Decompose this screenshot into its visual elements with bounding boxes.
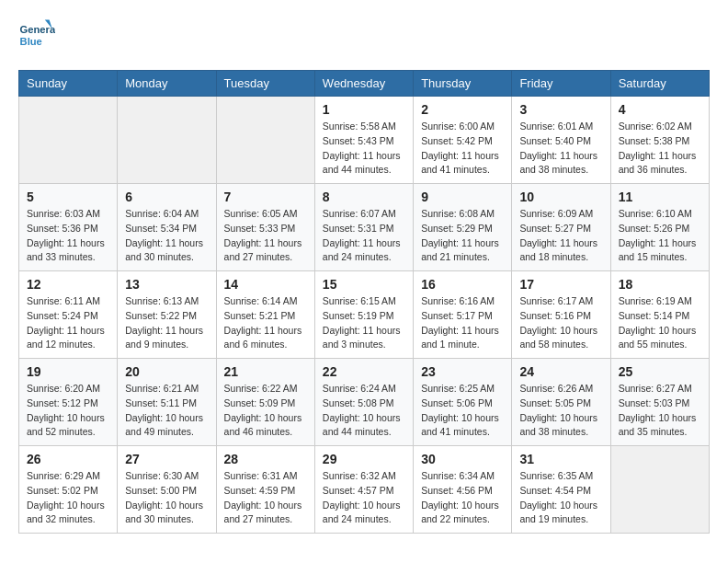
calendar-cell: 12Sunrise: 6:11 AMSunset: 5:24 PMDayligh… (19, 271, 118, 359)
day-number: 5 (27, 190, 109, 204)
calendar-cell: 8Sunrise: 6:07 AMSunset: 5:31 PMDaylight… (314, 184, 413, 271)
day-number: 22 (323, 364, 405, 379)
day-info: Sunrise: 6:05 AMSunset: 5:33 PMDaylight:… (224, 207, 307, 265)
day-number: 10 (519, 190, 602, 204)
calendar-cell: 28Sunrise: 6:31 AMSunset: 4:59 PMDayligh… (216, 446, 314, 534)
day-info: Sunrise: 6:03 AMSunset: 5:36 PMDaylight:… (27, 207, 109, 265)
calendar-cell: 5Sunrise: 6:03 AMSunset: 5:36 PMDaylight… (19, 184, 118, 271)
day-number: 23 (421, 364, 504, 379)
day-info: Sunrise: 6:30 AMSunset: 5:00 PMDaylight:… (125, 469, 208, 527)
day-info: Sunrise: 6:04 AMSunset: 5:34 PMDaylight:… (125, 207, 208, 265)
day-info: Sunrise: 6:25 AMSunset: 5:06 PMDaylight:… (421, 382, 504, 440)
day-number: 6 (125, 190, 208, 204)
calendar-cell: 11Sunrise: 6:10 AMSunset: 5:26 PMDayligh… (610, 184, 709, 271)
week-row-4: 19Sunrise: 6:20 AMSunset: 5:12 PMDayligh… (19, 359, 710, 446)
calendar-cell: 4Sunrise: 6:02 AMSunset: 5:38 PMDaylight… (610, 97, 709, 184)
page-header: General Blue (18, 18, 710, 55)
week-row-5: 26Sunrise: 6:29 AMSunset: 5:02 PMDayligh… (19, 446, 710, 534)
calendar-cell: 15Sunrise: 6:15 AMSunset: 5:19 PMDayligh… (314, 271, 413, 359)
day-info: Sunrise: 6:07 AMSunset: 5:31 PMDaylight:… (323, 207, 405, 265)
day-number: 3 (519, 102, 602, 117)
calendar-cell: 19Sunrise: 6:20 AMSunset: 5:12 PMDayligh… (19, 359, 118, 446)
day-number: 30 (421, 452, 504, 466)
day-info: Sunrise: 6:17 AMSunset: 5:16 PMDaylight:… (519, 294, 602, 352)
day-number: 7 (224, 190, 307, 204)
day-number: 19 (27, 364, 109, 379)
day-info: Sunrise: 6:02 AMSunset: 5:38 PMDaylight:… (619, 120, 701, 178)
calendar-cell: 31Sunrise: 6:35 AMSunset: 4:54 PMDayligh… (512, 446, 610, 534)
weekday-header-wednesday: Wednesday (314, 71, 413, 97)
calendar-cell: 21Sunrise: 6:22 AMSunset: 5:09 PMDayligh… (216, 359, 314, 446)
calendar-cell: 9Sunrise: 6:08 AMSunset: 5:29 PMDaylight… (414, 184, 512, 271)
day-info: Sunrise: 6:14 AMSunset: 5:21 PMDaylight:… (224, 294, 307, 352)
day-info: Sunrise: 6:32 AMSunset: 4:57 PMDaylight:… (323, 469, 405, 527)
day-info: Sunrise: 6:20 AMSunset: 5:12 PMDaylight:… (27, 382, 109, 440)
day-info: Sunrise: 6:00 AMSunset: 5:42 PMDaylight:… (421, 120, 504, 178)
day-number: 26 (27, 452, 109, 466)
weekday-header-tuesday: Tuesday (216, 71, 314, 97)
calendar-cell: 24Sunrise: 6:26 AMSunset: 5:05 PMDayligh… (512, 359, 610, 446)
calendar-table: SundayMondayTuesdayWednesdayThursdayFrid… (18, 70, 710, 534)
calendar-cell: 14Sunrise: 6:14 AMSunset: 5:21 PMDayligh… (216, 271, 314, 359)
day-number: 12 (27, 277, 109, 292)
calendar-cell: 10Sunrise: 6:09 AMSunset: 5:27 PMDayligh… (512, 184, 610, 271)
weekday-header-sunday: Sunday (19, 71, 118, 97)
day-info: Sunrise: 6:34 AMSunset: 4:56 PMDaylight:… (421, 469, 504, 527)
day-info: Sunrise: 6:13 AMSunset: 5:22 PMDaylight:… (125, 294, 208, 352)
day-info: Sunrise: 6:10 AMSunset: 5:26 PMDaylight:… (619, 207, 701, 265)
day-info: Sunrise: 6:08 AMSunset: 5:29 PMDaylight:… (421, 207, 504, 265)
calendar-cell: 20Sunrise: 6:21 AMSunset: 5:11 PMDayligh… (118, 359, 216, 446)
day-number: 4 (619, 102, 701, 117)
weekday-header-monday: Monday (118, 71, 216, 97)
day-number: 18 (619, 277, 701, 292)
calendar-cell: 7Sunrise: 6:05 AMSunset: 5:33 PMDaylight… (216, 184, 314, 271)
day-number: 2 (421, 102, 504, 117)
day-info: Sunrise: 6:31 AMSunset: 4:59 PMDaylight:… (224, 469, 307, 527)
calendar-cell: 6Sunrise: 6:04 AMSunset: 5:34 PMDaylight… (118, 184, 216, 271)
day-number: 13 (125, 277, 208, 292)
day-info: Sunrise: 6:29 AMSunset: 5:02 PMDaylight:… (27, 469, 109, 527)
day-info: Sunrise: 6:09 AMSunset: 5:27 PMDaylight:… (519, 207, 602, 265)
day-number: 25 (619, 364, 701, 379)
day-number: 1 (323, 102, 405, 117)
day-info: Sunrise: 6:22 AMSunset: 5:09 PMDaylight:… (224, 382, 307, 440)
day-info: Sunrise: 6:19 AMSunset: 5:14 PMDaylight:… (619, 294, 701, 352)
weekday-header-saturday: Saturday (610, 71, 709, 97)
week-row-2: 5Sunrise: 6:03 AMSunset: 5:36 PMDaylight… (19, 184, 710, 271)
day-number: 24 (519, 364, 602, 379)
day-number: 14 (224, 277, 307, 292)
day-number: 11 (619, 190, 701, 204)
week-row-1: 1Sunrise: 5:58 AMSunset: 5:43 PMDaylight… (19, 97, 710, 184)
day-number: 17 (519, 277, 602, 292)
calendar-cell: 29Sunrise: 6:32 AMSunset: 4:57 PMDayligh… (314, 446, 413, 534)
calendar-cell: 13Sunrise: 6:13 AMSunset: 5:22 PMDayligh… (118, 271, 216, 359)
logo-svg: General Blue (18, 18, 55, 55)
calendar-cell: 25Sunrise: 6:27 AMSunset: 5:03 PMDayligh… (610, 359, 709, 446)
weekday-header-row: SundayMondayTuesdayWednesdayThursdayFrid… (19, 71, 710, 97)
day-info: Sunrise: 6:11 AMSunset: 5:24 PMDaylight:… (27, 294, 109, 352)
day-number: 31 (519, 452, 602, 466)
calendar-cell: 16Sunrise: 6:16 AMSunset: 5:17 PMDayligh… (414, 271, 512, 359)
day-number: 21 (224, 364, 307, 379)
day-info: Sunrise: 6:21 AMSunset: 5:11 PMDaylight:… (125, 382, 208, 440)
calendar-cell (610, 446, 709, 534)
calendar-cell: 18Sunrise: 6:19 AMSunset: 5:14 PMDayligh… (610, 271, 709, 359)
calendar-cell: 17Sunrise: 6:17 AMSunset: 5:16 PMDayligh… (512, 271, 610, 359)
day-number: 29 (323, 452, 405, 466)
calendar-cell: 30Sunrise: 6:34 AMSunset: 4:56 PMDayligh… (414, 446, 512, 534)
weekday-header-friday: Friday (512, 71, 610, 97)
calendar-cell: 3Sunrise: 6:01 AMSunset: 5:40 PMDaylight… (512, 97, 610, 184)
day-info: Sunrise: 6:24 AMSunset: 5:08 PMDaylight:… (323, 382, 405, 440)
calendar-cell (118, 97, 216, 184)
calendar-cell: 22Sunrise: 6:24 AMSunset: 5:08 PMDayligh… (314, 359, 413, 446)
week-row-3: 12Sunrise: 6:11 AMSunset: 5:24 PMDayligh… (19, 271, 710, 359)
day-info: Sunrise: 6:15 AMSunset: 5:19 PMDaylight:… (323, 294, 405, 352)
calendar-cell: 1Sunrise: 5:58 AMSunset: 5:43 PMDaylight… (314, 97, 413, 184)
day-info: Sunrise: 6:27 AMSunset: 5:03 PMDaylight:… (619, 382, 701, 440)
day-info: Sunrise: 6:35 AMSunset: 4:54 PMDaylight:… (519, 469, 602, 527)
weekday-header-thursday: Thursday (414, 71, 512, 97)
svg-text:Blue: Blue (20, 36, 42, 47)
day-number: 15 (323, 277, 405, 292)
calendar-cell (19, 97, 118, 184)
logo: General Blue (18, 18, 55, 55)
